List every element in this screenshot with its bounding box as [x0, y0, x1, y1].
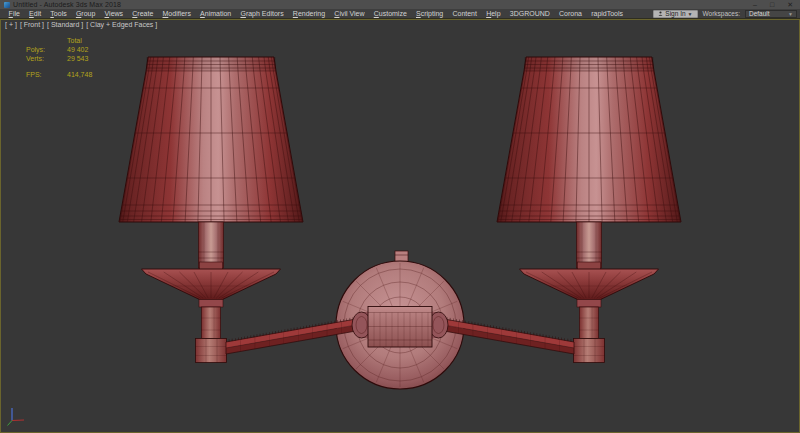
- menu-item-group[interactable]: Group: [71, 10, 100, 17]
- menu-item-animation[interactable]: Animation: [196, 10, 236, 17]
- menu-item-modifiers[interactable]: Modifiers: [158, 10, 196, 17]
- menu-item-rendering[interactable]: Rendering: [288, 10, 330, 17]
- scene-canvas: [0, 19, 800, 433]
- viewport-shading-menu[interactable]: [ Clay + Edged Faces ]: [86, 21, 157, 28]
- menu-item-customize[interactable]: Customize: [369, 10, 411, 17]
- menu-item-graph-editors[interactable]: Graph Editors: [236, 10, 288, 17]
- menu-item-3dground[interactable]: 3DGROUND: [505, 10, 554, 17]
- workspace-value: Default: [749, 10, 770, 17]
- window-title: Untitled - Autodesk 3ds Max 2018: [13, 1, 121, 8]
- world-axis-icon: [8, 408, 25, 426]
- menu-item-civil-view[interactable]: Civil View: [330, 10, 369, 17]
- menu-item-tools[interactable]: Tools: [46, 10, 72, 17]
- stats-total-label: [26, 36, 67, 45]
- right-drip-tray[interactable]: [520, 262, 659, 300]
- workspaces-label: Workspaces:: [703, 10, 740, 17]
- left-lampshade[interactable]: [119, 57, 303, 222]
- menubar-right: Sign In ▼ Workspaces: Default ▼: [653, 10, 800, 18]
- menu-item-views[interactable]: Views: [100, 10, 128, 17]
- stats-fps-value: 414,748: [67, 70, 92, 79]
- stats-polys: Polys:49 402: [26, 45, 92, 54]
- maximize-button[interactable]: □: [770, 0, 774, 9]
- main-menus: FileEditToolsGroupViewsCreateModifiersAn…: [4, 10, 628, 17]
- 3dsmax-app-icon: [4, 2, 10, 8]
- viewport-general-menu[interactable]: [ + ]: [5, 21, 17, 28]
- stats-fps: FPS:414,748: [26, 70, 92, 79]
- close-button[interactable]: ✕: [787, 0, 793, 9]
- workspace-dropdown[interactable]: Default ▼: [745, 10, 797, 18]
- menu-item-help[interactable]: Help: [482, 10, 506, 17]
- stats-fps-label: FPS:: [26, 70, 67, 79]
- menu-item-file[interactable]: File: [4, 10, 24, 17]
- menu-item-edit[interactable]: Edit: [24, 10, 45, 17]
- stats-polys-value: 49 402: [67, 45, 88, 54]
- stats-total: Total: [26, 36, 92, 45]
- window-controls: – □ ✕: [753, 0, 796, 9]
- viewport-label-menus: [ + ][ Front ][ Standard ][ Clay + Edged…: [5, 21, 157, 28]
- viewport-pov-menu[interactable]: [ Front ]: [20, 21, 44, 28]
- sign-in-label: Sign In: [665, 10, 685, 17]
- menu-item-scripting[interactable]: Scripting: [411, 10, 447, 17]
- stats-verts-label: Verts:: [26, 54, 67, 63]
- stats-polys-label: Polys:: [26, 45, 67, 54]
- right-elbow[interactable]: [574, 339, 605, 363]
- left-candle-tube[interactable]: [199, 222, 224, 268]
- left-stem[interactable]: [199, 300, 223, 339]
- left-drip-tray[interactable]: [142, 262, 281, 300]
- stats-verts: Verts:29 543: [26, 54, 92, 63]
- right-stem[interactable]: [577, 300, 601, 339]
- menu-item-content[interactable]: Content: [448, 10, 482, 17]
- sign-in-button[interactable]: Sign In ▼: [653, 10, 697, 18]
- viewport-standard-menu[interactable]: [ Standard ]: [47, 21, 83, 28]
- menu-item-create[interactable]: Create: [128, 10, 158, 17]
- chevron-down-icon: ▼: [688, 11, 693, 17]
- chevron-down-icon: ▼: [788, 11, 793, 17]
- minimize-button[interactable]: –: [753, 0, 757, 9]
- stats-total-value: Total: [67, 36, 82, 45]
- stats-verts-value: 29 543: [67, 54, 88, 63]
- menu-item-rapidtools[interactable]: rapidTools: [587, 10, 628, 17]
- menu-bar: FileEditToolsGroupViewsCreateModifiersAn…: [0, 9, 800, 19]
- left-elbow[interactable]: [196, 339, 227, 363]
- right-candle-tube[interactable]: [577, 222, 602, 268]
- title-bar: Untitled - Autodesk 3ds Max 2018 – □ ✕: [0, 0, 800, 9]
- menu-item-corona[interactable]: Corona: [554, 10, 586, 17]
- 3dsmax-window: Untitled - Autodesk 3ds Max 2018 – □ ✕ F…: [0, 0, 800, 433]
- person-icon: [658, 11, 663, 16]
- viewport[interactable]: [ + ][ Front ][ Standard ][ Clay + Edged…: [0, 19, 800, 433]
- right-lampshade[interactable]: [497, 57, 681, 222]
- sconce-model[interactable]: [119, 57, 681, 389]
- statistics-readout: TotalPolys:49 402Verts:29 543FPS:414,748: [26, 36, 92, 79]
